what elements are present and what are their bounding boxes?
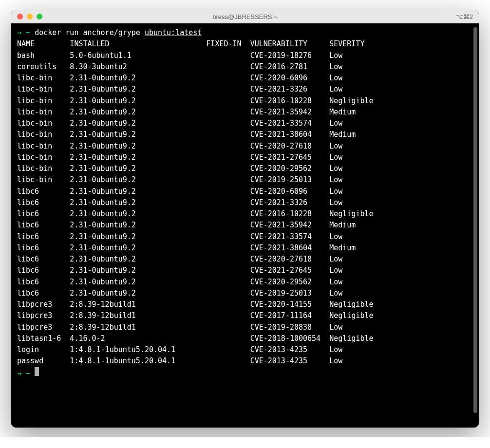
table-row: login 1:4.8.1-1ubuntu5.20.04.1 CVE-2013-… xyxy=(17,344,473,355)
close-button[interactable] xyxy=(17,14,23,19)
cursor xyxy=(35,367,39,376)
table-row: libc6 2.31-0ubuntu9.2 CVE-2020-6096 Low xyxy=(17,186,473,197)
table-row: libc6 2.31-0ubuntu9.2 CVE-2016-10228 Neg… xyxy=(17,208,473,220)
title-bar: bress@JBRESSERS:~ ⌥⌘2 xyxy=(11,10,479,23)
table-row: libc-bin 2.31-0ubuntu9.2 CVE-2020-29562 … xyxy=(17,163,473,174)
table-body: bash 5.0-6ubuntu1.1 CVE-2019-18276 Lowco… xyxy=(17,50,473,367)
table-row: libpcre3 2:8.39-12build1 CVE-2019-20838 … xyxy=(17,322,473,333)
prompt-arrow-icon: → xyxy=(17,27,21,38)
table-row: libc-bin 2.31-0ubuntu9.2 CVE-2021-35942 … xyxy=(17,107,473,118)
table-row: libc6 2.31-0ubuntu9.2 CVE-2021-3326 Low xyxy=(17,197,473,208)
terminal-body[interactable]: → ~ docker run anchore/grype ubuntu:late… xyxy=(11,23,479,428)
table-row: bash 5.0-6ubuntu1.1 CVE-2019-18276 Low xyxy=(17,50,473,61)
command-text: docker run anchore/grype xyxy=(35,27,145,38)
table-row: libc-bin 2.31-0ubuntu9.2 CVE-2021-3326 L… xyxy=(17,84,473,95)
minimize-button[interactable] xyxy=(27,14,33,19)
table-row: libc-bin 2.31-0ubuntu9.2 CVE-2016-10228 … xyxy=(17,95,473,107)
traffic-lights xyxy=(17,14,42,19)
table-row: libc6 2.31-0ubuntu9.2 CVE-2021-27645 Low xyxy=(17,265,473,276)
table-row: libc6 2.31-0ubuntu9.2 CVE-2021-38604 Med… xyxy=(17,243,473,254)
table-row: libc-bin 2.31-0ubuntu9.2 CVE-2020-6096 L… xyxy=(17,73,473,84)
table-row: libc-bin 2.31-0ubuntu9.2 CVE-2020-27618 … xyxy=(17,141,473,152)
command-prompt-line: → ~ docker run anchore/grype ubuntu:late… xyxy=(17,27,473,38)
table-row: libc6 2.31-0ubuntu9.2 CVE-2021-33574 Low xyxy=(17,231,473,243)
table-row: libc-bin 2.31-0ubuntu9.2 CVE-2021-33574 … xyxy=(17,118,473,129)
window-title: bress@JBRESSERS:~ xyxy=(212,13,278,20)
empty-prompt-line: → ~ xyxy=(17,367,473,379)
maximize-button[interactable] xyxy=(37,14,42,19)
shortcut-hint: ⌥⌘2 xyxy=(456,13,473,20)
table-row: libc-bin 2.31-0ubuntu9.2 CVE-2021-27645 … xyxy=(17,152,473,163)
table-row: libc-bin 2.31-0ubuntu9.2 CVE-2019-25013 … xyxy=(17,174,473,186)
table-row: libc6 2.31-0ubuntu9.2 CVE-2020-29562 Low xyxy=(17,277,473,288)
table-row: libc6 2.31-0ubuntu9.2 CVE-2021-35942 Med… xyxy=(17,220,473,231)
table-row: libc-bin 2.31-0ubuntu9.2 CVE-2021-38604 … xyxy=(17,129,473,140)
table-row: libc6 2.31-0ubuntu9.2 CVE-2019-25013 Low xyxy=(17,288,473,299)
table-row: libpcre3 2:8.39-12build1 CVE-2017-11164 … xyxy=(17,310,473,321)
table-row: libc6 2.31-0ubuntu9.2 CVE-2020-27618 Low xyxy=(17,254,473,265)
table-row: passwd 1:4.8.1-1ubuntu5.20.04.1 CVE-2013… xyxy=(17,355,473,367)
table-row: libtasn1-6 4.16.0-2 CVE-2018-1000654 Neg… xyxy=(17,333,473,344)
terminal-window: bress@JBRESSERS:~ ⌥⌘2 → ~ docker run anc… xyxy=(11,10,479,428)
prompt-path: ~ xyxy=(21,27,35,38)
scrollbar[interactable] xyxy=(473,27,477,413)
command-argument: ubuntu:latest xyxy=(145,27,202,38)
prompt-arrow-icon: → xyxy=(17,368,21,379)
prompt-path: ~ xyxy=(21,368,35,379)
table-row: coreutils 8.30-3ubuntu2 CVE-2016-2781 Lo… xyxy=(17,61,473,73)
table-header-row: NAME INSTALLED FIXED-IN VULNERABILITY SE… xyxy=(17,38,473,50)
table-row: libpcre3 2:8.39-12build1 CVE-2020-14155 … xyxy=(17,299,473,310)
